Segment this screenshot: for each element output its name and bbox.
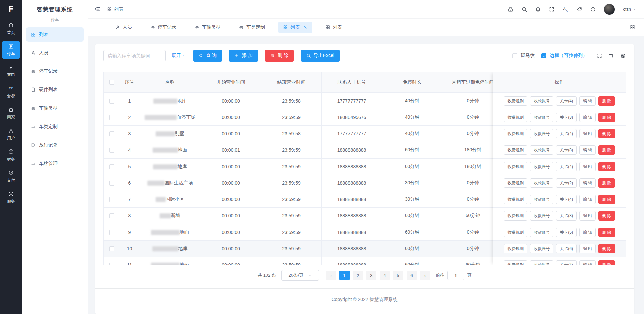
tab-vehicle-class[interactable]: 车类定制 bbox=[234, 22, 270, 33]
collapse-sidebar-icon[interactable] bbox=[94, 6, 100, 12]
row-checkbox[interactable] bbox=[109, 131, 114, 136]
rail-item-users[interactable]: 用户 bbox=[2, 125, 20, 143]
fee-rules-button[interactable]: 收费规则 bbox=[504, 178, 527, 188]
fee-rules-button[interactable]: 收费规则 bbox=[504, 195, 527, 204]
sidebar-item-release-records[interactable]: 放行记录 bbox=[26, 138, 84, 152]
lock-icon[interactable] bbox=[507, 6, 514, 12]
sidebar-item-personnel[interactable]: 人员 bbox=[26, 46, 84, 60]
row-checkbox[interactable] bbox=[109, 115, 114, 120]
fee-rules-button[interactable]: 收费规则 bbox=[504, 96, 527, 106]
search-icon[interactable] bbox=[521, 6, 527, 12]
delete-row-button[interactable]: 删 除 bbox=[598, 129, 615, 138]
delete-row-button[interactable]: 删 除 bbox=[598, 244, 615, 253]
edit-button[interactable]: 编 辑 bbox=[579, 162, 596, 171]
sidebar-item-vehicle-type[interactable]: 车辆类型 bbox=[26, 101, 84, 115]
delete-row-button[interactable]: 删 除 bbox=[598, 96, 615, 106]
table-fullscreen-icon[interactable] bbox=[597, 53, 602, 59]
query-button[interactable]: 查 询 bbox=[193, 50, 222, 62]
payment-account-button[interactable]: 收款账号 bbox=[530, 260, 553, 265]
page-button-2[interactable]: 2 bbox=[353, 271, 363, 280]
export-button[interactable]: 导出Excel bbox=[301, 50, 340, 62]
border-checkbox[interactable] bbox=[541, 53, 546, 58]
payment-account-button[interactable]: 收款账号 bbox=[530, 113, 553, 122]
payment-account-button[interactable]: 收款账号 bbox=[530, 162, 553, 171]
edit-button[interactable]: 编 辑 bbox=[579, 195, 596, 204]
edit-button[interactable]: 编 辑 bbox=[579, 260, 596, 265]
row-checkbox[interactable] bbox=[109, 99, 114, 104]
page-button-1[interactable]: 1 bbox=[339, 271, 350, 280]
select-all-checkbox[interactable] bbox=[109, 80, 114, 85]
bell-icon[interactable] bbox=[535, 6, 541, 12]
payment-account-button[interactable]: 收款账号 bbox=[530, 96, 553, 106]
tab-parking-records[interactable]: 停车记录 bbox=[146, 22, 181, 33]
add-button[interactable]: 添 加 bbox=[229, 50, 258, 62]
tab-list-2[interactable]: 列表 bbox=[321, 22, 347, 33]
rail-item-parking[interactable]: 停车 bbox=[2, 41, 20, 59]
fee-rules-button[interactable]: 收费规则 bbox=[504, 260, 527, 265]
rail-item-charging[interactable]: 充电 bbox=[2, 62, 20, 80]
close-icon[interactable] bbox=[303, 25, 307, 29]
avatar[interactable] bbox=[604, 4, 615, 15]
payment-account-button[interactable]: 收款账号 bbox=[530, 129, 553, 138]
row-checkbox[interactable] bbox=[109, 181, 114, 186]
fee-rules-button[interactable]: 收费规则 bbox=[504, 162, 527, 171]
next-page-button[interactable]: › bbox=[420, 271, 430, 280]
gates-button[interactable]: 关卡(5) bbox=[556, 228, 577, 237]
fullscreen-icon[interactable] bbox=[549, 6, 555, 12]
row-checkbox[interactable] bbox=[109, 148, 114, 153]
fee-rules-button[interactable]: 收费规则 bbox=[504, 129, 527, 138]
delete-row-button[interactable]: 删 除 bbox=[598, 145, 615, 155]
fee-rules-button[interactable]: 收费规则 bbox=[504, 211, 527, 221]
search-input[interactable] bbox=[103, 50, 166, 61]
row-checkbox[interactable] bbox=[109, 164, 114, 169]
gates-button[interactable]: 关卡(8) bbox=[556, 145, 577, 155]
tab-personnel[interactable]: 人员 bbox=[111, 22, 137, 33]
expand-toggle[interactable]: 展开 bbox=[172, 53, 186, 59]
sidebar-item-hardware-list[interactable]: 硬件列表 bbox=[26, 83, 84, 97]
edit-button[interactable]: 编 辑 bbox=[579, 145, 596, 155]
delete-row-button[interactable]: 删 除 bbox=[598, 260, 615, 265]
row-checkbox[interactable] bbox=[109, 197, 114, 202]
gates-button[interactable]: 关卡(4) bbox=[556, 129, 577, 138]
table-settings-icon[interactable] bbox=[620, 53, 626, 59]
page-button-6[interactable]: 6 bbox=[407, 271, 417, 280]
sidebar-item-vehicle-class[interactable]: 车类定制 bbox=[26, 120, 84, 134]
edit-button[interactable]: 编 辑 bbox=[579, 244, 596, 253]
gates-button[interactable]: 关卡(3) bbox=[556, 211, 577, 221]
gates-button[interactable]: 关卡(6) bbox=[556, 244, 577, 253]
row-checkbox[interactable] bbox=[109, 230, 114, 235]
rail-item-payment[interactable]: 支付 bbox=[2, 167, 20, 186]
gates-button[interactable]: 关卡(3) bbox=[556, 113, 577, 122]
row-checkbox[interactable] bbox=[109, 246, 114, 251]
app-logo[interactable]: F bbox=[8, 0, 14, 18]
delete-row-button[interactable]: 删 除 bbox=[598, 195, 615, 204]
tag-icon[interactable] bbox=[576, 6, 582, 12]
payment-account-button[interactable]: 收款账号 bbox=[530, 228, 553, 237]
delete-row-button[interactable]: 删 除 bbox=[598, 211, 615, 221]
delete-row-button[interactable]: 删 除 bbox=[598, 162, 615, 171]
page-button-3[interactable]: 3 bbox=[366, 271, 376, 280]
rail-item-service[interactable]: 服务 bbox=[2, 188, 20, 207]
tab-vehicle-type[interactable]: 车辆类型 bbox=[190, 22, 225, 33]
tab-list-active[interactable]: 列表 bbox=[278, 22, 312, 33]
prev-page-button[interactable]: ‹ bbox=[326, 271, 336, 280]
sidebar-item-list[interactable]: 列表 bbox=[26, 27, 84, 42]
sidebar-item-parking-records[interactable]: 停车记录 bbox=[26, 64, 84, 78]
page-button-5[interactable]: 5 bbox=[393, 271, 403, 280]
sidebar-item-plate-management[interactable]: 车牌管理 bbox=[26, 156, 84, 171]
edit-button[interactable]: 编 辑 bbox=[579, 178, 596, 188]
payment-account-button[interactable]: 收款账号 bbox=[530, 145, 553, 155]
fee-rules-button[interactable]: 收费规则 bbox=[504, 145, 527, 155]
rail-item-finance[interactable]: 财务 bbox=[2, 146, 20, 165]
delete-row-button[interactable]: 删 除 bbox=[598, 178, 615, 188]
rail-item-packages[interactable]: VIP套餐 bbox=[2, 83, 20, 101]
gates-button[interactable]: 关卡(2) bbox=[556, 178, 577, 188]
zebra-checkbox[interactable] bbox=[512, 53, 517, 58]
gates-button[interactable]: 关卡(4) bbox=[556, 96, 577, 106]
rail-item-merchant[interactable]: 商家 bbox=[2, 104, 20, 122]
payment-account-button[interactable]: 收款账号 bbox=[530, 178, 553, 188]
row-checkbox[interactable] bbox=[109, 213, 114, 218]
refresh-icon[interactable] bbox=[590, 6, 596, 12]
page-button-4[interactable]: 4 bbox=[380, 271, 390, 280]
column-sort-icon[interactable] bbox=[608, 53, 614, 59]
